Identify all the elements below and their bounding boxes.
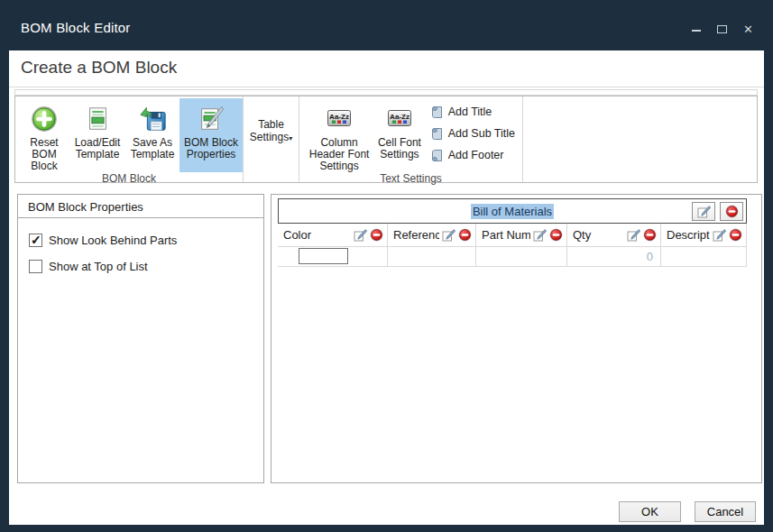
add-title-label: Add Title bbox=[448, 105, 492, 118]
delete-icon[interactable] bbox=[643, 228, 657, 242]
add-text-buttons-stack: Add Title Add Sub Title Add Footer bbox=[424, 98, 522, 172]
column-label: Part Num bbox=[482, 228, 530, 242]
edit-pencil-icon[interactable] bbox=[713, 229, 726, 242]
show-look-behind-parts-row[interactable]: Show Look Behind Parts bbox=[29, 234, 263, 247]
bom-table: Bill of Materials Color bbox=[278, 198, 747, 267]
cell-qty[interactable]: 0 bbox=[567, 247, 661, 267]
close-button[interactable]: ✕ bbox=[743, 25, 753, 34]
show-at-top-of-list-row[interactable]: Show at Top of List bbox=[29, 260, 263, 273]
add-footer-button[interactable]: Add Footer bbox=[431, 149, 515, 162]
column-header-font-settings-button[interactable]: Column Header Font Settings bbox=[303, 98, 375, 172]
page-header: Create a BOM Block bbox=[9, 50, 764, 87]
column-header-description: Description bbox=[661, 224, 747, 247]
edit-pencil-icon[interactable] bbox=[442, 229, 456, 242]
qty-value: 0 bbox=[567, 247, 660, 263]
bom-table-header-row: Color Reference Part Num bbox=[278, 224, 747, 247]
cancel-button[interactable]: Cancel bbox=[695, 501, 756, 522]
show-at-top-of-list-checkbox[interactable] bbox=[29, 260, 42, 273]
cell-font-settings-button[interactable]: Cell Font Settings bbox=[375, 98, 423, 172]
add-title-button[interactable]: Add Title bbox=[431, 105, 515, 119]
maximize-button[interactable] bbox=[717, 25, 727, 34]
dialog-content: Create a BOM Block Reset BOM bbox=[9, 50, 764, 525]
ribbon-group-text-settings-label: Text Settings bbox=[299, 172, 522, 186]
cell-description bbox=[661, 247, 747, 267]
edit-pencil-icon bbox=[697, 206, 711, 218]
save-as-floppy-icon bbox=[138, 103, 167, 135]
ribbon: Reset BOM Block Load/Edit bbox=[14, 96, 758, 183]
properties-panel-body: Show Look Behind Parts Show at Top of Li… bbox=[18, 218, 263, 273]
reset-bom-block-button[interactable]: Reset BOM Block bbox=[19, 98, 69, 172]
ribbon-group-bom-block-buttons: Reset BOM Block Load/Edit bbox=[15, 96, 243, 172]
add-sub-title-label: Add Sub Title bbox=[448, 127, 515, 140]
bom-block-properties-panel: BOM Block Properties Show Look Behind Pa… bbox=[17, 194, 264, 483]
bom-block-editor-window: BOM Block Editor ✕ Create a BOM Block bbox=[0, 0, 773, 532]
column-header-part-num: Part Num bbox=[476, 224, 567, 247]
edit-pencil-icon[interactable] bbox=[627, 229, 640, 242]
add-sub-title-button[interactable]: Add Sub Title bbox=[431, 127, 515, 141]
delete-icon[interactable] bbox=[729, 228, 742, 242]
dropdown-arrow-icon: ▾ bbox=[289, 134, 292, 142]
bom-table-title-field[interactable]: Bill of Materials bbox=[471, 204, 554, 219]
cell-reference bbox=[388, 247, 476, 267]
add-subtitle-scroll-icon bbox=[431, 127, 443, 141]
cell-font-settings-label: Cell Font Settings bbox=[375, 137, 423, 161]
delete-icon[interactable] bbox=[458, 228, 472, 242]
reset-bom-block-label: Reset BOM Block bbox=[19, 137, 69, 172]
reset-add-icon bbox=[30, 103, 59, 135]
add-footer-scroll-icon bbox=[431, 149, 443, 162]
ribbon-empty-area bbox=[523, 96, 757, 182]
template-document-icon bbox=[83, 103, 112, 135]
column-header-font-settings-label: Column Header Font Settings bbox=[303, 137, 375, 172]
ribbon-group-table-settings-label bbox=[244, 166, 299, 182]
color-swatch[interactable] bbox=[299, 248, 348, 264]
cell-part-num bbox=[476, 247, 567, 267]
column-label: Qty bbox=[573, 228, 624, 242]
delete-title-button[interactable] bbox=[720, 202, 743, 221]
column-header-reference: Reference bbox=[388, 224, 476, 247]
show-at-top-of-list-label: Show at Top of List bbox=[49, 260, 148, 273]
page-title: Create a BOM Block bbox=[21, 58, 177, 78]
column-label: Description bbox=[667, 228, 710, 242]
bom-preview-panel: Bill of Materials Color bbox=[271, 194, 762, 483]
window-controls: ✕ bbox=[692, 23, 753, 36]
bom-table-title-actions bbox=[692, 202, 743, 221]
window-title: BOM Block Editor bbox=[21, 20, 131, 35]
ok-button[interactable]: OK bbox=[619, 501, 681, 522]
delete-icon bbox=[725, 205, 739, 218]
bom-block-properties-button[interactable]: BOM Block Properties bbox=[179, 98, 243, 172]
font-settings-icon bbox=[386, 103, 413, 135]
save-as-template-button[interactable]: Save As Template bbox=[125, 98, 179, 172]
properties-panel-title: BOM Block Properties bbox=[18, 195, 263, 218]
show-look-behind-parts-label: Show Look Behind Parts bbox=[49, 234, 177, 247]
delete-icon[interactable] bbox=[370, 228, 383, 242]
ribbon-group-table-settings: Table Settings▾ bbox=[244, 96, 299, 182]
show-look-behind-parts-checkbox[interactable] bbox=[29, 234, 42, 247]
document-pencil-icon bbox=[197, 103, 225, 135]
bom-block-properties-label: BOM Block Properties bbox=[179, 137, 243, 161]
edit-pencil-icon[interactable] bbox=[354, 229, 367, 242]
minimize-icon bbox=[692, 30, 701, 32]
ribbon-group-text-settings: Column Header Font Settings Cell Font Se… bbox=[299, 96, 523, 182]
minimize-button[interactable] bbox=[692, 25, 701, 34]
cell-color bbox=[278, 247, 388, 267]
font-settings-icon bbox=[326, 103, 353, 135]
add-title-scroll-icon bbox=[431, 105, 443, 119]
edit-title-button[interactable] bbox=[692, 202, 715, 221]
bom-table-data-row: 0 bbox=[278, 247, 747, 267]
delete-icon[interactable] bbox=[549, 228, 563, 242]
column-header-color: Color bbox=[278, 224, 388, 247]
save-as-template-label: Save As Template bbox=[125, 137, 179, 161]
maximize-icon bbox=[717, 25, 727, 33]
ribbon-group-bom-block: Reset BOM Block Load/Edit bbox=[15, 96, 244, 182]
table-settings-button[interactable]: Table Settings▾ bbox=[244, 96, 299, 166]
load-edit-template-button[interactable]: Load/Edit Template bbox=[69, 98, 125, 172]
column-header-qty: Qty bbox=[567, 224, 661, 247]
column-label: Color bbox=[283, 228, 351, 242]
ribbon-tab-strip bbox=[14, 89, 758, 96]
add-footer-label: Add Footer bbox=[448, 149, 504, 161]
titlebar: BOM Block Editor ✕ bbox=[0, 0, 773, 50]
table-settings-label: Table Settings bbox=[250, 118, 289, 143]
bom-table-title-row: Bill of Materials bbox=[278, 198, 747, 224]
edit-pencil-icon[interactable] bbox=[533, 229, 547, 242]
ribbon-group-text-settings-buttons: Column Header Font Settings Cell Font Se… bbox=[299, 96, 522, 172]
